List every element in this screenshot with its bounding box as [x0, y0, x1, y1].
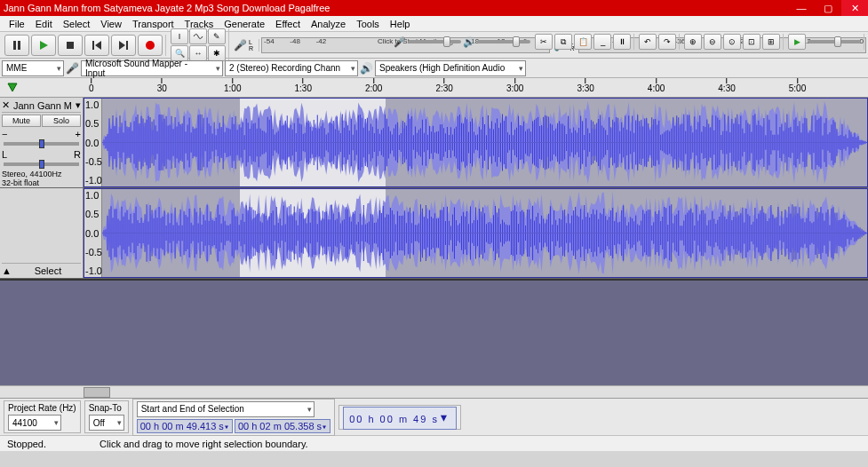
- multi-tool[interactable]: ✱: [208, 45, 226, 61]
- window-buttons: — ▢ ✕: [788, 0, 868, 16]
- menu-help[interactable]: Help: [385, 19, 416, 29]
- audio-position-display[interactable]: 00 h 00 m 49 s▾: [343, 407, 457, 430]
- menu-file[interactable]: File: [4, 19, 30, 29]
- play-button[interactable]: [31, 35, 56, 56]
- horizontal-scrollbar[interactable]: [0, 385, 868, 398]
- solo-button[interactable]: Solo: [42, 115, 81, 127]
- snap-select[interactable]: Off: [89, 415, 124, 431]
- redo-button[interactable]: ↷: [658, 34, 676, 50]
- zoom-fit-button[interactable]: ⊡: [743, 34, 760, 50]
- svg-marker-9: [8, 83, 17, 91]
- svg-rect-0: [13, 41, 16, 50]
- selection-end-input[interactable]: 00 h 02 m 05.358 s▾: [235, 419, 330, 433]
- undo-button[interactable]: ↶: [639, 34, 657, 50]
- status-hint: Click and drag to move right selection b…: [100, 439, 308, 449]
- channels-select[interactable]: 2 (Stereo) Recording Chann: [225, 60, 358, 76]
- pan-slider[interactable]: [4, 162, 79, 166]
- window-title: Jann Gann Mann from Satyameva Jayate 2 M…: [4, 3, 330, 13]
- selection-tool[interactable]: I: [171, 28, 188, 44]
- skip-end-button[interactable]: [111, 35, 136, 56]
- stop-button[interactable]: [58, 35, 83, 56]
- zoom-fit-sel-button[interactable]: ⊙: [723, 34, 741, 50]
- meter-lr-label: LR: [249, 39, 253, 51]
- collapse-icon[interactable]: ▲: [2, 265, 12, 276]
- menubar: File Edit Select View Transport Tracks G…: [0, 16, 868, 32]
- svg-rect-4: [92, 41, 94, 50]
- statusbar: Stopped. Click and drag to move right se…: [0, 435, 868, 451]
- track-control-panel: ✕Jann Gann M▾ Mute Solo −+ LR Stereo, 44…: [0, 98, 84, 187]
- gain-slider[interactable]: [4, 142, 79, 146]
- play-at-speed-button[interactable]: ▶: [788, 34, 806, 50]
- amplitude-scale: 1.00.50.0-0.5-1.0: [84, 99, 102, 186]
- record-volume-slider[interactable]: 🎤: [394, 36, 461, 48]
- select-track-button[interactable]: Select: [15, 265, 81, 276]
- waveform-left[interactable]: 1.00.50.0-0.5-1.0: [84, 98, 868, 187]
- svg-rect-7: [126, 41, 128, 50]
- svg-rect-3: [67, 42, 74, 49]
- track-close-icon[interactable]: ✕: [2, 99, 10, 111]
- project-rate-label: Project Rate (Hz): [8, 403, 76, 413]
- mic-icon: 🎤: [234, 39, 247, 51]
- track-right-channel: ▲ Select 1.00.50.0-0.5-1.0: [0, 188, 868, 279]
- play-volume-slider[interactable]: 🔊: [463, 36, 530, 48]
- copy-button[interactable]: ⧉: [554, 34, 572, 50]
- track-name[interactable]: Jann Gann M: [13, 100, 72, 111]
- track-control-panel-bottom: ▲ Select: [0, 188, 84, 278]
- menu-generate[interactable]: Generate: [219, 19, 270, 29]
- input-device-select[interactable]: Microsoft Sound Mapper - Input: [81, 60, 223, 76]
- playhead-icon: [7, 83, 18, 93]
- draw-tool[interactable]: ✎: [208, 28, 226, 44]
- status-state: Stopped.: [7, 439, 46, 449]
- zoom-in-button[interactable]: ⊕: [684, 34, 702, 50]
- project-rate-select[interactable]: 44100: [8, 415, 61, 431]
- record-button[interactable]: [138, 35, 163, 56]
- svg-marker-2: [40, 41, 48, 50]
- mic-icon-2: 🎤: [66, 62, 79, 75]
- skip-start-button[interactable]: [84, 35, 109, 56]
- svg-marker-5: [95, 41, 101, 50]
- silence-button[interactable]: ⏸: [613, 34, 631, 50]
- snap-label: Snap-To: [89, 403, 124, 413]
- selection-toolbar: Project Rate (Hz) 44100 Snap-To Off Star…: [0, 398, 868, 435]
- zoom-out-button[interactable]: ⊖: [704, 34, 721, 50]
- mute-button[interactable]: Mute: [2, 115, 41, 127]
- paste-button[interactable]: 📋: [574, 34, 592, 50]
- menu-edit[interactable]: Edit: [30, 19, 58, 29]
- menu-analyze[interactable]: Analyze: [306, 19, 351, 29]
- menu-tracks[interactable]: Tracks: [179, 19, 219, 29]
- track-menu-icon[interactable]: ▾: [76, 99, 81, 111]
- menu-transport[interactable]: Transport: [127, 19, 179, 29]
- pause-button[interactable]: [4, 35, 29, 56]
- empty-tracks-area[interactable]: [0, 279, 868, 385]
- svg-rect-1: [18, 41, 20, 50]
- menu-effect[interactable]: Effect: [270, 19, 306, 29]
- svg-point-8: [146, 41, 155, 50]
- waveform-right[interactable]: 1.00.50.0-0.5-1.0: [84, 188, 868, 278]
- titlebar: Jann Gann Mann from Satyameva Jayate 2 M…: [0, 0, 868, 16]
- speaker-icon-2: 🔊: [360, 62, 373, 75]
- selection-mode-select[interactable]: Start and End of Selection: [137, 401, 315, 417]
- track-left-channel: ✕Jann Gann M▾ Mute Solo −+ LR Stereo, 44…: [0, 98, 868, 188]
- timeline-ruler[interactable]: 0301:001:302:002:303:003:304:004:305:00: [0, 78, 868, 98]
- menu-select[interactable]: Select: [58, 19, 96, 29]
- selection-start-input[interactable]: 00 h 00 m 49.413 s▾: [137, 419, 233, 433]
- trim-button[interactable]: ⎯: [593, 34, 611, 50]
- zoom-toggle-button[interactable]: ⊞: [762, 34, 780, 50]
- cut-button[interactable]: ✂: [535, 34, 553, 50]
- track-format-info: Stereo, 44100Hz 32-bit float: [2, 170, 81, 187]
- menu-tools[interactable]: Tools: [351, 19, 385, 29]
- output-device-select[interactable]: Speakers (High Definition Audio: [375, 60, 526, 76]
- menu-view[interactable]: View: [95, 19, 127, 29]
- audio-host-select[interactable]: MME: [2, 60, 64, 76]
- minimize-button[interactable]: —: [788, 0, 815, 16]
- device-toolbar: MME 🎤 Microsoft Sound Mapper - Input 2 (…: [0, 59, 868, 78]
- speed-slider[interactable]: [808, 40, 861, 44]
- close-button[interactable]: ✕: [841, 0, 868, 16]
- svg-marker-6: [119, 41, 125, 50]
- tracks-area: ✕Jann Gann M▾ Mute Solo −+ LR Stereo, 44…: [0, 98, 868, 279]
- amplitude-scale-2: 1.00.50.0-0.5-1.0: [84, 189, 102, 277]
- maximize-button[interactable]: ▢: [815, 0, 841, 16]
- envelope-tool[interactable]: [189, 28, 207, 44]
